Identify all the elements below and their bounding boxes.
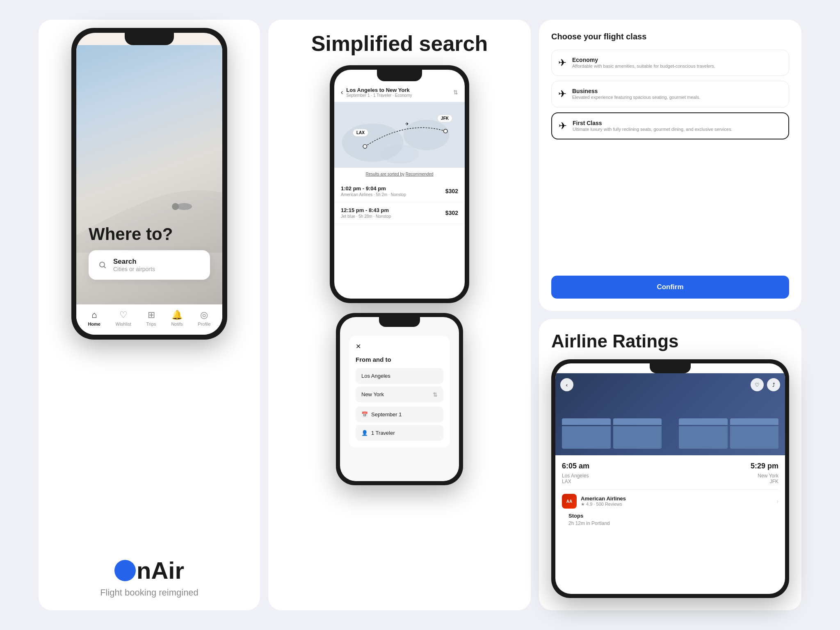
business-desc: Elevated experience featuring spacious s… <box>572 94 700 100</box>
card-simplified: Simplified search ‹ Los Angeles to New Y… <box>268 20 531 610</box>
swap-icon[interactable]: ⇅ <box>433 391 438 398</box>
airline-row[interactable]: AA American Airlines ★ 4.9 · 500 Reviews… <box>562 489 778 513</box>
class-option-economy[interactable]: ✈ Economy Affordable with basic amenitie… <box>551 50 789 76</box>
brand-tagline: Flight booking reimgined <box>100 587 199 598</box>
traveler-input[interactable]: 👤 1 Traveler <box>356 425 443 441</box>
where-to-overlay: Where to? Search Cities or airports <box>89 225 210 280</box>
arr-code: JFK <box>758 479 778 484</box>
phone-screen-2: ‹ Los Angeles to New York September 1 · … <box>334 70 465 299</box>
search-label: Search <box>113 258 155 266</box>
airplane-interior: ‹ ♡ ⤴ <box>555 373 785 455</box>
flight-route-title: Los Angeles to New York <box>346 87 450 93</box>
business-name: Business <box>572 88 700 94</box>
flight-2-price: $302 <box>445 210 458 216</box>
city-inputs-wrapper: Los Angeles New York ⇅ <box>356 368 443 402</box>
flight-1-time: 1:02 pm - 9:04 pm <box>341 185 406 192</box>
where-to-text: Where to? <box>89 225 210 244</box>
home-icon: ⌂ <box>91 310 97 320</box>
share-photo-button[interactable]: ⤴ <box>767 378 780 391</box>
svg-text:✈: ✈ <box>405 121 409 126</box>
arrival-time: 5:29 pm <box>751 462 778 470</box>
wishlist-icon: ♡ <box>119 310 128 320</box>
notifs-icon: 🔔 <box>171 310 183 320</box>
nav-item-notifs[interactable]: 🔔 Notifs <box>171 310 183 326</box>
simplified-title: Simplified search <box>311 32 488 55</box>
nav-label-home: Home <box>88 322 100 326</box>
main-grid: Where to? Search Cities or airports <box>30 11 810 619</box>
filter-icon[interactable]: ⇅ <box>453 89 458 96</box>
confirm-button[interactable]: Confirm <box>551 276 789 299</box>
departure-time: 6:05 am <box>562 462 589 470</box>
class-option-firstclass[interactable]: ✈ First Class Ultimate luxury with fully… <box>551 112 789 139</box>
svg-point-8 <box>444 129 447 133</box>
dep-city-info: Los Angeles LAX <box>562 473 589 484</box>
back-photo-button[interactable]: ‹ <box>560 378 573 391</box>
date-input[interactable]: 📅 September 1 <box>356 406 443 422</box>
phone-notch-3 <box>379 317 420 327</box>
class-info-business: Business Elevated experience featuring s… <box>572 88 700 100</box>
phone-screen-4: ‹ ♡ ⤴ <box>555 363 785 594</box>
card-phone-1: Where to? Search Cities or airports <box>39 20 260 610</box>
nav-label-trips: Trips <box>146 322 156 326</box>
phone-frame-3: ✕ From and to Los Angeles New York ⇅ <box>336 313 463 485</box>
chevron-right-icon: › <box>776 498 778 504</box>
flight-class-title: Choose your flight class <box>551 32 789 41</box>
airline-ratings-title: Airline Ratings <box>551 331 789 351</box>
flight-2-details: Jet blue · 5h 28m · Nonstop <box>341 214 391 219</box>
class-info-economy: Economy Affordable with basic amenities,… <box>572 57 715 69</box>
brand-section: nAir Flight booking reimgined <box>100 548 199 602</box>
city-to-input[interactable]: New York ⇅ <box>356 386 443 402</box>
flight-1-details: American Airlines · 5h 2m · Nonstop <box>341 192 406 197</box>
nav-item-home[interactable]: ⌂ Home <box>88 310 100 326</box>
search-text-group: Search Cities or airports <box>113 258 155 272</box>
phone-notch <box>125 33 174 45</box>
search-modal: ✕ From and to Los Angeles New York ⇅ <box>349 336 450 447</box>
nav-label-wishlist: Wishlist <box>116 322 131 326</box>
dep-city-name: Los Angeles <box>562 473 589 479</box>
flight-header: ‹ Los Angeles to New York September 1 · … <box>334 81 465 102</box>
results-sort: Results are sorted by Recommended <box>334 168 465 180</box>
time-row: 6:05 am 5:29 pm <box>562 462 778 470</box>
firstclass-desc: Ultimate luxury with fully reclining sea… <box>573 126 732 132</box>
modal-section-title: From and to <box>356 356 443 363</box>
nav-label-notifs: Notifs <box>171 322 183 326</box>
economy-plane-icon: ✈ <box>558 57 566 68</box>
trips-icon: ⊞ <box>148 310 155 320</box>
brand-name: nAir <box>137 557 184 584</box>
calendar-icon: 📅 <box>361 411 368 418</box>
svg-point-6 <box>380 145 419 164</box>
stops-title: Stops <box>568 513 772 519</box>
airline-logo: AA <box>562 494 577 509</box>
flight-result-2[interactable]: 12:15 pm - 8:43 pm Jet blue · 5h 28m · N… <box>334 202 465 224</box>
close-button[interactable]: ✕ <box>356 342 443 350</box>
phone-notch-4 <box>650 363 691 373</box>
arr-city-name: New York <box>758 473 778 479</box>
nav-item-profile[interactable]: ◎ Profile <box>198 310 210 326</box>
phone-frame-1: Where to? Search Cities or airports <box>71 28 227 340</box>
search-box[interactable]: Search Cities or airports <box>89 250 210 280</box>
svg-point-1 <box>172 203 179 210</box>
person-icon: 👤 <box>361 430 368 436</box>
stops-section: Stops 2h 12m in Portland <box>562 513 778 526</box>
arr-city-info: New York JFK <box>758 473 778 484</box>
nav-item-wishlist[interactable]: ♡ Wishlist <box>116 310 131 326</box>
svg-point-5 <box>403 120 449 151</box>
back-arrow-icon[interactable]: ‹ <box>341 89 343 96</box>
airport-label-jfk: JFK <box>437 114 452 122</box>
economy-name: Economy <box>572 57 715 63</box>
search-icon <box>97 259 108 271</box>
class-option-business[interactable]: ✈ Business Elevated experience featuring… <box>551 81 789 107</box>
phone-frame-4: ‹ ♡ ⤴ <box>551 359 789 598</box>
city-from-input[interactable]: Los Angeles <box>356 368 443 384</box>
stops-detail: 2h 12m in Portland <box>568 520 772 526</box>
heart-photo-button[interactable]: ♡ <box>751 378 764 391</box>
flight-result-1[interactable]: 1:02 pm - 9:04 pm American Airlines · 5h… <box>334 180 465 202</box>
nav-item-trips[interactable]: ⊞ Trips <box>146 310 156 326</box>
phone-screen-3: ✕ From and to Los Angeles New York ⇅ <box>340 317 459 481</box>
class-info-firstclass: First Class Ultimate luxury with fully r… <box>573 120 732 132</box>
airline-name: American Airlines <box>581 495 772 502</box>
dep-code: LAX <box>562 479 589 484</box>
brand-dot <box>114 560 136 581</box>
photo-controls: ‹ ♡ ⤴ <box>560 378 780 391</box>
svg-line-3 <box>104 267 106 268</box>
